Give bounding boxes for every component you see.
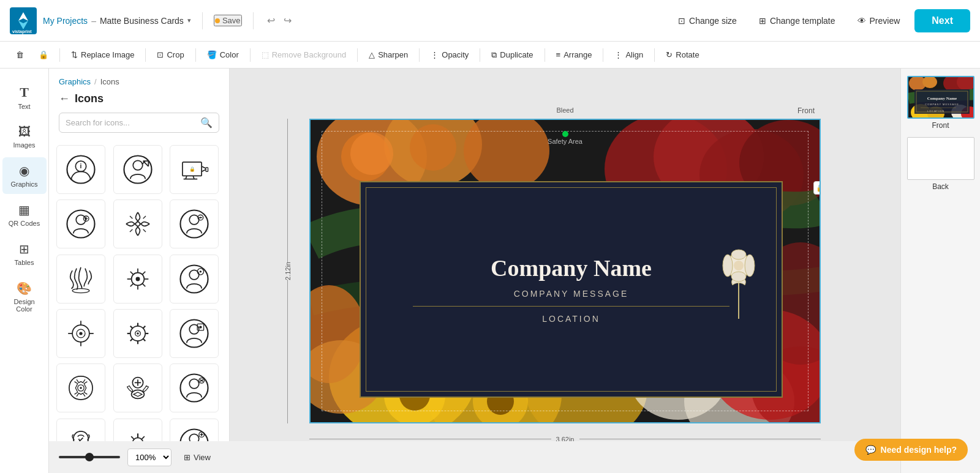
panel-title-text: Icons: [75, 92, 104, 105]
sidebar-item-design-color[interactable]: 🎨 Design Color: [2, 275, 47, 319]
toolbar-sep-7: [480, 48, 480, 62]
sidebar-qr-label: QR Codes: [9, 220, 40, 227]
rotate-handle[interactable]: [562, 131, 568, 137]
change-template-button[interactable]: ⊞ Change template: [752, 11, 843, 31]
crop-icon: ⊡: [157, 50, 164, 59]
toolbar-sep-1: [59, 48, 60, 62]
icon-cell-9[interactable]: [170, 255, 219, 304]
svg-line-25: [143, 229, 145, 232]
icon-cell-3[interactable]: 🔒: [170, 145, 219, 194]
icon-cell-14[interactable]: [113, 363, 162, 412]
svg-point-76: [350, 132, 393, 175]
location-text[interactable]: LOCATION: [542, 314, 600, 324]
zoom-select[interactable]: 50% 75% 100% 125% 150% 200%: [127, 449, 172, 466]
view-button[interactable]: ⊞ View: [179, 450, 216, 465]
crop-button[interactable]: ⊡ Crop: [151, 47, 190, 63]
card-preview-front[interactable]: Company Name COMPANY MESSAGE LOCATION Fr…: [907, 76, 974, 130]
topbar-right: ⊡ Change size ⊞ Change template 👁 Previe…: [671, 9, 970, 32]
svg-point-30: [72, 288, 89, 292]
opacity-button[interactable]: ⋮ Opacity: [424, 47, 475, 63]
sharpen-button[interactable]: △ Sharpen: [363, 47, 414, 63]
svg-text:🔒: 🔒: [189, 166, 195, 172]
ruler-top: [287, 119, 288, 263]
sidebar-item-text[interactable]: T Text: [2, 78, 47, 116]
icon-cell-6[interactable]: [170, 199, 219, 248]
replace-image-button[interactable]: ⇅ Replace Image: [65, 47, 140, 63]
icon-cell-2[interactable]: [113, 145, 162, 194]
redo-button[interactable]: ↪: [281, 12, 294, 29]
arrange-button[interactable]: ≡ Arrange: [550, 47, 598, 63]
height-label: 2.12in: [284, 262, 292, 280]
icon-cell-1[interactable]: i: [56, 145, 105, 194]
sidebar-item-tables[interactable]: ⊞ Tables: [2, 236, 47, 272]
canvas-area[interactable]: Bleed Front: [230, 69, 900, 473]
icon-cell-13[interactable]: [56, 363, 105, 412]
undo-button[interactable]: ↩: [265, 12, 277, 29]
card-preview-back[interactable]: Back: [907, 137, 974, 191]
next-button[interactable]: Next: [914, 9, 970, 32]
svg-text:vistaprint: vistaprint: [12, 29, 32, 34]
sidebar-item-graphics[interactable]: ◉ Graphics: [2, 157, 47, 194]
vistaprint-logo[interactable]: vistaprint: [10, 7, 37, 34]
svg-line-9: [143, 161, 148, 166]
breadcrumb-projects[interactable]: My Projects: [43, 16, 88, 26]
breadcrumb-graphics[interactable]: Graphics: [59, 77, 91, 86]
search-input[interactable]: [66, 118, 195, 127]
svg-rect-13: [206, 168, 208, 172]
bottom-bar: 50% 75% 100% 125% 150% 200% ⊞ View: [49, 441, 900, 473]
left-sidebar: T Text 🖼 Images ◉ Graphics ▦ QR Codes ⊞ …: [0, 69, 49, 473]
business-card-canvas[interactable]: Safety Area Company Name COMPANY MESSAGE…: [309, 119, 821, 423]
icon-cell-7[interactable]: [56, 255, 105, 304]
height-ruler: 2.12in: [279, 119, 297, 423]
opacity-icon: ⋮: [431, 50, 439, 59]
icon-cell-15[interactable]: [170, 363, 219, 412]
toolbar-sep-9: [603, 48, 603, 62]
duplicate-button[interactable]: ⧉ Duplicate: [485, 47, 539, 64]
change-size-button[interactable]: ⊡ Change size: [671, 11, 744, 31]
color-button[interactable]: 🪣 Color: [201, 47, 245, 63]
remove-bg-icon: ⬚: [262, 50, 269, 59]
delete-button[interactable]: 🗑: [10, 47, 30, 63]
view-icon: ⊞: [184, 453, 190, 462]
svg-point-77: [410, 124, 456, 171]
lock-icon: 🔒: [39, 50, 48, 59]
sidebar-item-qr-codes[interactable]: ▦ QR Codes: [2, 196, 47, 233]
element-lock-icon[interactable]: 🔒: [813, 181, 821, 195]
save-button[interactable]: Save: [214, 15, 242, 26]
back-label: Back: [932, 182, 949, 191]
panel-back-button[interactable]: ←: [59, 92, 70, 105]
flower-decoration: [720, 248, 757, 330]
icon-cell-11[interactable]: [113, 309, 162, 358]
center-content-box[interactable]: Company Name COMPANY MESSAGE LOCATION: [360, 181, 783, 398]
arrange-icon: ≡: [556, 50, 561, 59]
svg-point-89: [745, 255, 755, 277]
sidebar-item-images[interactable]: 🖼 Images: [2, 119, 47, 155]
project-dropdown-arrow[interactable]: ▾: [187, 17, 191, 24]
icon-cell-8[interactable]: [113, 255, 162, 304]
lock-button[interactable]: 🔒: [32, 47, 55, 63]
front-label: Front: [932, 121, 949, 130]
help-button[interactable]: 💬 Need design help?: [854, 439, 968, 461]
company-name-text[interactable]: Company Name: [491, 255, 652, 281]
svg-point-52: [190, 379, 200, 389]
breadcrumb-project-name: Matte Business Cards: [100, 16, 184, 26]
remove-bg-button[interactable]: ⬚ Remove Background: [255, 47, 352, 63]
unsaved-dot: [215, 18, 220, 23]
zoom-slider[interactable]: [59, 456, 120, 458]
svg-point-42: [137, 332, 138, 334]
icon-cell-4[interactable]: [56, 199, 105, 248]
align-button[interactable]: ⋮ Align: [608, 47, 649, 63]
toolbar-sep-8: [545, 48, 545, 62]
icon-cell-12[interactable]: [170, 309, 219, 358]
svg-text:Company Name: Company Name: [927, 96, 956, 101]
icon-cell-5[interactable]: [113, 199, 162, 248]
svg-point-90: [731, 250, 746, 259]
help-icon: 💬: [865, 445, 876, 455]
preview-button[interactable]: 👁 Preview: [850, 11, 908, 31]
rotate-button[interactable]: ↻ Rotate: [660, 47, 705, 63]
svg-point-36: [200, 270, 202, 272]
duplicate-icon: ⧉: [491, 50, 497, 60]
right-panel: Company Name COMPANY MESSAGE LOCATION Fr…: [900, 69, 980, 473]
company-message-text[interactable]: COMPANY MESSAGE: [514, 289, 629, 299]
icon-cell-10[interactable]: [56, 309, 105, 358]
